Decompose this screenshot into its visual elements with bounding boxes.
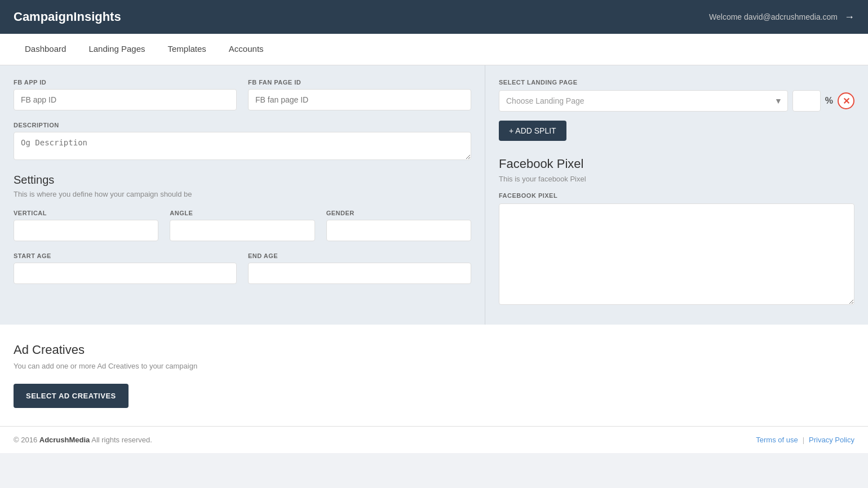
gender-group: GENDER (326, 210, 471, 241)
add-split-label: + ADD SPLIT (509, 126, 556, 135)
vertical-input[interactable] (14, 220, 158, 241)
start-age-group: START AGE (14, 252, 237, 284)
pixel-title: Facebook Pixel (499, 157, 854, 171)
facebook-pixel-section: Facebook Pixel This is your facebook Pix… (499, 157, 854, 307)
start-age-label: START AGE (14, 252, 237, 259)
pixel-textarea[interactable] (499, 203, 854, 305)
header: CampaignInsights Welcome david@adcrushme… (0, 0, 868, 34)
ad-creatives-section: Ad Creatives You can add one or more Ad … (0, 325, 868, 426)
percent-sign: % (825, 96, 833, 106)
landing-page-select[interactable]: Choose Landing Page (499, 90, 788, 112)
description-group: DESCRIPTION (14, 122, 471, 160)
privacy-policy-link[interactable]: Privacy Policy (809, 436, 854, 444)
fb-app-id-input[interactable] (14, 89, 237, 110)
start-age-input[interactable] (14, 263, 237, 284)
main-nav: Dashboard Landing Pages Templates Accoun… (0, 34, 868, 65)
footer-copyright: © 2016 AdcrushMedia All rights reserved. (14, 436, 152, 444)
percent-input[interactable] (792, 90, 821, 112)
pixel-subtitle: This is your facebook Pixel (499, 175, 854, 183)
nav-item-dashboard[interactable]: Dashboard (14, 34, 77, 65)
footer-all-rights: All rights reserved. (91, 436, 152, 444)
nav-item-accounts[interactable]: Accounts (218, 34, 275, 65)
end-age-input[interactable] (248, 263, 471, 284)
settings-section: Settings This is where you define how yo… (14, 174, 471, 284)
end-age-group: END AGE (248, 252, 471, 284)
angle-label: ANGLE (170, 210, 315, 216)
remove-split-button[interactable]: ✕ (838, 92, 854, 109)
logout-icon[interactable]: → (844, 11, 854, 23)
settings-title: Settings (14, 174, 471, 187)
gender-label: GENDER (326, 210, 471, 216)
angle-input[interactable] (170, 220, 315, 241)
age-row: START AGE END AGE (14, 252, 471, 284)
fb-app-id-label: FB APP ID (14, 79, 237, 86)
pixel-field-label: FACEBOOK PIXEL (499, 192, 854, 199)
header-right: Welcome david@adcrushmedia.com → (709, 11, 854, 23)
fb-fan-page-id-group: FB FAN PAGE ID (248, 79, 471, 110)
description-input[interactable] (14, 132, 471, 160)
landing-page-select-wrapper: Choose Landing Page ▼ (499, 90, 788, 112)
fb-app-id-group: FB APP ID (14, 79, 237, 110)
vertical-angle-gender-row: VERTICAL ANGLE GENDER (14, 210, 471, 241)
footer-divider: | (803, 436, 804, 444)
nav-item-landing-pages[interactable]: Landing Pages (77, 34, 156, 65)
angle-group: ANGLE (170, 210, 315, 241)
landing-page-row: Choose Landing Page ▼ % ✕ (499, 90, 854, 112)
terms-of-use-link[interactable]: Terms of use (756, 436, 798, 444)
end-age-label: END AGE (248, 252, 471, 259)
select-ad-creatives-button[interactable]: SELECT AD CREATIVES (14, 384, 129, 408)
footer-copyright-year: © 2016 (14, 436, 37, 444)
vertical-label: VERTICAL (14, 210, 158, 216)
footer-brand: AdcrushMedia (39, 436, 90, 444)
gender-input[interactable] (326, 220, 471, 241)
right-panel: SELECT LANDING PAGE Choose Landing Page … (485, 65, 868, 325)
description-label: DESCRIPTION (14, 122, 471, 128)
settings-subtitle: This is where you define how your campai… (14, 190, 471, 198)
select-lp-label: SELECT LANDING PAGE (499, 79, 854, 86)
fb-ids-row: FB APP ID FB FAN PAGE ID (14, 79, 471, 110)
vertical-group: VERTICAL (14, 210, 158, 241)
welcome-text: Welcome david@adcrushmedia.com (709, 12, 838, 21)
nav-item-templates[interactable]: Templates (156, 34, 217, 65)
add-split-button[interactable]: + ADD SPLIT (499, 121, 566, 141)
ad-creatives-subtitle: You can add one or more Ad Creatives to … (14, 362, 854, 370)
fb-fan-page-id-label: FB FAN PAGE ID (248, 79, 471, 86)
footer-links: Terms of use | Privacy Policy (756, 436, 854, 444)
fb-fan-page-id-input[interactable] (248, 89, 471, 110)
footer: © 2016 AdcrushMedia All rights reserved.… (0, 426, 868, 453)
app-logo: CampaignInsights (14, 10, 121, 24)
ad-creatives-title: Ad Creatives (14, 343, 854, 357)
main-content: FB APP ID FB FAN PAGE ID DESCRIPTION Set… (0, 65, 868, 325)
left-panel: FB APP ID FB FAN PAGE ID DESCRIPTION Set… (0, 65, 485, 325)
